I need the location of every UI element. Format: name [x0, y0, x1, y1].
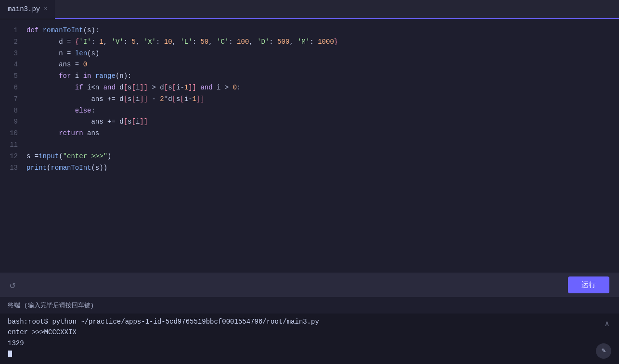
- terminal-cmd: bash:root$ python ~/practice/apps-1-id-5…: [8, 318, 319, 326]
- line-num-13: 13: [0, 163, 18, 174]
- tab-bar: main3.py ×: [0, 0, 619, 19]
- line-num-8: 8: [0, 105, 18, 117]
- terminal-cursor-line: [8, 349, 611, 359]
- terminal-input-prompt: enter >>>MCCCXXIX: [8, 327, 611, 338]
- terminal-area: 终端 (输入完毕后请按回车键) bash:root$ python ~/prac…: [0, 297, 619, 364]
- reload-icon[interactable]: ↺: [10, 279, 15, 291]
- line-num-5: 5: [0, 71, 18, 82]
- line-num-6: 6: [0, 82, 18, 94]
- line-num-12: 12: [0, 151, 18, 163]
- line-num-11: 11: [0, 139, 18, 151]
- terminal-output-text: 1329: [8, 339, 24, 347]
- line-num-2: 2: [0, 37, 18, 48]
- run-button[interactable]: 运行: [568, 276, 609, 293]
- terminal-output: 1329: [8, 338, 611, 349]
- terminal-command-line: bash:root$ python ~/practice/apps-1-id-5…: [8, 316, 611, 327]
- line-num-9: 9: [0, 116, 18, 128]
- toolbar: ↺ 运行: [0, 273, 619, 297]
- line-num-7: 7: [0, 94, 18, 105]
- line-num-3: 3: [0, 48, 18, 60]
- terminal-content[interactable]: bash:root$ python ~/practice/apps-1-id-5…: [0, 314, 619, 363]
- tab-label: main3.py: [8, 5, 40, 13]
- line-num-4: 4: [0, 59, 18, 71]
- line-num-1: 1: [0, 25, 18, 37]
- terminal-title: 终端 (输入完毕后请按回车键): [8, 302, 94, 309]
- tab-main3py[interactable]: main3.py ×: [0, 0, 55, 19]
- tab-close-button[interactable]: ×: [44, 6, 47, 13]
- line-numbers: 1 2 3 4 5 6 7 8 9 10 11 12 13: [0, 19, 26, 273]
- terminal-input-text: enter >>>MCCCXXIX: [8, 328, 77, 336]
- terminal-scroll-up-icon[interactable]: ∧: [605, 318, 609, 331]
- code-container: 1 2 3 4 5 6 7 8 9 10 11 12 13 def romanT…: [0, 19, 619, 273]
- terminal-header: 终端 (输入完毕后请按回车键): [0, 297, 619, 314]
- code-editor[interactable]: def romanToInt(s): d = {'I': 1, 'V': 5, …: [26, 19, 619, 273]
- editor-area: 1 2 3 4 5 6 7 8 9 10 11 12 13 def romanT…: [0, 19, 619, 273]
- line-num-10: 10: [0, 128, 18, 139]
- terminal-cursor: [8, 351, 12, 357]
- terminal-edit-icon[interactable]: ✎: [596, 343, 611, 359]
